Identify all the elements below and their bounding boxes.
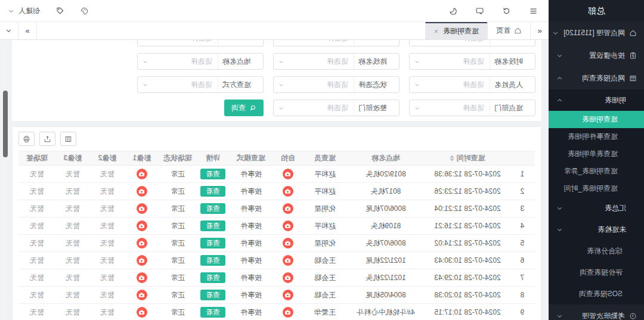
- view-detail-button[interactable]: 查看: [200, 186, 225, 197]
- tag-icon[interactable]: [55, 7, 64, 15]
- sidebar-item-_[interactable]: 巡查明细表_时间: [549, 180, 644, 197]
- image1-thumbnail-button[interactable]: [137, 220, 147, 231]
- image1-thumbnail-button[interactable]: [137, 307, 147, 318]
- message-icon[interactable]: [475, 7, 484, 15]
- view-detail-button[interactable]: 查看: [200, 238, 225, 248]
- selfie-thumbnail-button[interactable]: [283, 169, 293, 179]
- sort-asc-icon[interactable]: [450, 155, 455, 158]
- filter-select[interactable]: 路线名称请选择: [273, 53, 400, 70]
- refresh-icon[interactable]: [502, 7, 511, 15]
- cell-location-name: 8017机头: [346, 183, 425, 200]
- selfie-thumbnail-button[interactable]: [283, 203, 293, 214]
- sidebar-item-item12[interactable]: 评价报表查询: [549, 262, 644, 283]
- vertical-scrollbar[interactable]: [3, 41, 8, 319]
- filter-select[interactable]: 人员姓名请选择: [409, 76, 535, 93]
- selfie-thumbnail-button[interactable]: [283, 255, 293, 266]
- sidebar-item-item2[interactable]: 网点报表查询: [549, 67, 644, 89]
- view-detail-button[interactable]: 查看: [200, 307, 225, 318]
- view-detail-button[interactable]: 查看: [200, 220, 225, 231]
- view-detail-button[interactable]: 查看: [200, 203, 225, 214]
- selfie-thumbnail-button[interactable]: [283, 272, 293, 283]
- view-detail-button[interactable]: 查看: [200, 290, 225, 300]
- sidebar-item-1151120[interactable]: 网点管理 [1151120]: [549, 21, 644, 44]
- cell-image1: [125, 287, 159, 304]
- menu-icon[interactable]: [529, 7, 538, 15]
- sidebar-item-item6[interactable]: 巡查表单明细表: [549, 145, 644, 163]
- image3-text: 暂无: [66, 291, 80, 299]
- content-area: 请选择请选择请选择时段名称请选择路线名称请选择地点名称请选择人员姓名请选择状态选…: [0, 40, 549, 320]
- sidebar-item-sos[interactable]: SOS报表查询: [549, 283, 644, 305]
- image3-text: 暂无: [66, 239, 80, 247]
- sidebar-item-item9[interactable]: 汇总表: [549, 197, 644, 219]
- filter-select[interactable]: 巡查方式请选择: [137, 76, 264, 93]
- cell-row-index: 8: [510, 287, 535, 304]
- patrol-mode-text: 按事件: [240, 204, 262, 213]
- sort-desc-icon[interactable]: [450, 159, 455, 161]
- sidebar-item-item14[interactable]: 考勤班次管理: [549, 305, 644, 320]
- column-header: 现场签: [18, 151, 55, 166]
- selfie-thumbnail-button[interactable]: [283, 290, 293, 300]
- column-header: 自拍: [273, 151, 304, 166]
- tabs-menu-button[interactable]: [0, 22, 18, 39]
- search-button[interactable]: 查询: [224, 100, 264, 116]
- columns-button[interactable]: [60, 132, 76, 146]
- chevron-up-icon: [556, 97, 564, 104]
- filter-row: 人员姓名请选择状态选择请选择巡查方式请选择: [18, 76, 535, 93]
- palette-icon[interactable]: [80, 7, 89, 15]
- filter-label: 路线名称: [354, 54, 399, 69]
- sidebar-item-item1[interactable]: 按步骤设置: [549, 44, 644, 67]
- tabs-scroll-right-button[interactable]: »: [18, 22, 37, 39]
- sidebar-item-item11[interactable]: 综合分析表: [549, 240, 644, 262]
- selfie-thumbnail-button[interactable]: [283, 186, 293, 197]
- selfie-thumbnail-button[interactable]: [283, 220, 293, 231]
- image1-thumbnail-button[interactable]: [137, 272, 147, 283]
- cell-row-index: 5: [510, 235, 535, 252]
- cell-selfie: [273, 218, 304, 235]
- close-icon[interactable]: ×: [434, 27, 438, 36]
- selfie-thumbnail-button[interactable]: [283, 238, 293, 248]
- sidebar-item-_[interactable]: 巡查明细表_异常: [549, 163, 644, 180]
- cell-site-sign: 暂无: [18, 252, 55, 269]
- image1-thumbnail-button[interactable]: [137, 169, 147, 179]
- scrollbar-thumb[interactable]: [3, 91, 8, 157]
- image1-thumbnail-button[interactable]: [137, 290, 147, 300]
- print-button[interactable]: [18, 132, 35, 146]
- sort-icon[interactable]: [450, 155, 455, 161]
- filter-select[interactable]: 时段名称请选择: [409, 53, 535, 70]
- cell-image2: 暂无: [90, 218, 125, 235]
- filter-select[interactable]: 整改部门请选择: [273, 100, 400, 116]
- sidebar-item-item3[interactable]: 明细表: [549, 89, 644, 111]
- main-area: 创建人 « 首页 巡查明细表 × »: [0, 0, 549, 320]
- image1-thumbnail-button[interactable]: [137, 255, 147, 266]
- view-detail-button[interactable]: 查看: [200, 272, 225, 283]
- filter-select[interactable]: 地点名称请选择: [137, 53, 264, 70]
- cell-image1: [125, 166, 159, 183]
- filter-select[interactable]: 请选择: [409, 40, 535, 46]
- filter-select[interactable]: 状态选择请选择: [273, 76, 400, 93]
- sidebar-item-item5[interactable]: 巡查事件明细表: [549, 128, 644, 145]
- cell-inspector-name: 王会聪: [304, 252, 346, 269]
- sidebar-item-item4[interactable]: 巡查明细表: [549, 111, 644, 128]
- cell-image2: 暂无: [90, 304, 125, 320]
- filter-select[interactable]: 请选择: [137, 40, 264, 46]
- image1-thumbnail-button[interactable]: [137, 238, 147, 248]
- export-button[interactable]: [39, 132, 55, 146]
- filter-select[interactable]: 巡点部门请选择: [409, 100, 535, 116]
- user-menu[interactable]: 创建人: [7, 6, 40, 16]
- sidebar-item-label: 评价报表查询: [580, 268, 623, 278]
- filter-select[interactable]: 请选择: [273, 40, 400, 46]
- location-name-text: 8004/05机尾: [366, 291, 405, 299]
- image1-thumbnail-button[interactable]: [137, 203, 147, 214]
- selfie-thumbnail-button[interactable]: [283, 307, 293, 318]
- moon-icon[interactable]: [448, 7, 457, 15]
- tabs-scroll-left-button[interactable]: «: [530, 22, 549, 39]
- tab-patrol-detail[interactable]: 巡查明细表 ×: [425, 22, 487, 39]
- cell-patrol-mode: 按事件: [230, 304, 273, 320]
- table-row: 12024-07-28 12:36:388019/20机头赵和平按事件查看正常暂…: [18, 166, 535, 183]
- tab-home[interactable]: 首页: [487, 22, 530, 39]
- image1-thumbnail-button[interactable]: [137, 186, 147, 197]
- view-detail-button[interactable]: 查看: [200, 255, 225, 266]
- sidebar-item-item10[interactable]: 未巡检表: [549, 219, 644, 240]
- view-detail-button[interactable]: 查看: [200, 169, 225, 179]
- column-header[interactable]: 巡查时间: [425, 151, 510, 166]
